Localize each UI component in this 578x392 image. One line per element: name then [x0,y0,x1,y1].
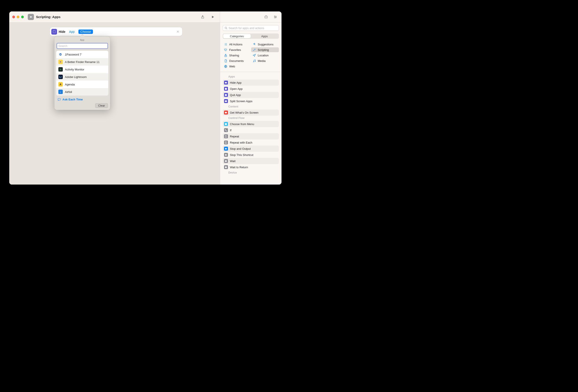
zoom-window-button[interactable] [21,16,24,18]
category-web[interactable]: Web [223,64,250,69]
group-header: Content [228,105,279,108]
main-pane: Scripting: Apps Hide App Choose ✕ App [9,11,220,185]
editor-canvas[interactable]: Hide App Choose ✕ App ⓵1Password 7✦A Bet… [9,22,220,185]
popover-app-item[interactable]: ✦A Better Finder Rename 11 [56,58,108,66]
svg-point-7 [225,27,227,29]
app-item-label: Agenda [65,83,75,86]
library-action[interactable]: Stop and Output [223,146,279,152]
library-action[interactable]: Open App [223,86,279,92]
sparkle-icon [252,43,256,46]
svg-point-20 [226,131,227,131]
action-choose-token[interactable]: Choose [78,30,93,34]
app-icon: ∿ [58,67,63,72]
popover-app-item[interactable]: LrAdobe Lightroom [56,73,108,81]
app-window: Scripting: Apps Hide App Choose ✕ App [9,11,282,185]
app-icon: ✦ [58,60,63,64]
shortcut-icon [28,14,34,20]
library-action[interactable]: Quit App [223,92,279,98]
library-search[interactable]: Search for apps and actions [223,25,279,31]
action-row-label: If [230,129,232,132]
app-icon: A [58,82,63,87]
category-location[interactable]: Location [251,53,279,58]
popover-app-item[interactable]: ♪Airfoil [56,88,108,96]
app-item-label: Adobe Lightroom [65,75,87,79]
svg-point-10 [255,61,255,62]
note-icon [252,59,256,62]
shortcut-details-button[interactable] [272,14,278,20]
action-row-label: Stop and Output [230,147,251,150]
category-label: Favorites [229,48,241,51]
app-item-label: A Better Finder Rename 11 [65,60,100,64]
ask-each-time-option[interactable]: Ask Each Time [56,96,109,102]
action-row-label: Repeat [230,135,239,138]
category-favorites[interactable]: Favorites [223,47,250,52]
popover-app-item[interactable]: ∿Activity Monitor [56,66,108,73]
app-icon: Lr [58,75,63,79]
close-window-button[interactable] [12,16,15,18]
library-action[interactable]: If [223,127,279,133]
library-action[interactable]: Repeat with Each [223,139,279,146]
category-media[interactable]: Media [251,58,279,63]
action-row-label: Choose from Menu [230,122,254,126]
action-row-icon [224,87,228,91]
sidebar-divider [220,72,282,72]
svg-point-4 [274,16,275,16]
library-action[interactable]: Wait to Return [223,164,279,170]
action-row-icon [224,141,228,145]
library-action[interactable]: Get What's On Screen [223,109,279,116]
category-sharing[interactable]: Sharing [223,53,250,58]
category-suggestions[interactable]: Suggestions [251,42,279,47]
toggle-library-button[interactable] [263,14,269,20]
popover-search-input[interactable] [57,43,108,49]
action-row-icon [224,147,228,151]
action-row-icon [224,134,228,138]
action-row-icon [224,153,228,157]
svg-rect-17 [225,112,227,113]
category-grid: All ActionsSuggestionsFavoritesScripting… [223,42,279,69]
remove-action-button[interactable]: ✕ [176,30,180,34]
category-scripting[interactable]: Scripting [251,47,279,52]
action-row-label: Get What's On Screen [230,111,259,114]
action-row-icon [224,122,228,126]
library-action[interactable]: Split Screen Apps [223,98,279,104]
popover-title: App [56,39,109,41]
nav-icon [252,53,256,57]
category-label: Suggestions [258,43,274,46]
action-row-icon [224,93,228,97]
action-row-icon [224,110,228,114]
svg-rect-16 [226,100,227,102]
action-row-label: Open App [230,87,243,91]
popover-app-item[interactable]: ⓵1Password 7 [56,51,108,58]
app-item-label: Airfoil [65,90,72,94]
tab-categories[interactable]: Categories [223,34,251,38]
heart-icon [224,48,228,51]
share-button[interactable] [199,14,207,20]
svg-rect-22 [225,148,227,149]
action-verb: Hide [59,30,65,34]
library-action[interactable]: Wait [223,158,279,164]
svg-rect-1 [53,30,55,33]
action-row-icon [224,128,228,132]
group-header: Control Flow [228,116,279,120]
window-controls [12,16,24,18]
minimize-window-button[interactable] [17,16,19,18]
action-row-icon [224,81,228,85]
action-param-app[interactable]: App [67,30,77,34]
action-row-label: Stop This Shortcut [230,153,253,157]
library-action[interactable]: Hide App [223,80,279,86]
wand-icon [252,48,256,51]
hide-app-action[interactable]: Hide App Choose ✕ [50,27,182,36]
category-all-actions[interactable]: All Actions [223,42,250,47]
library-action[interactable]: Choose from Menu [223,121,279,127]
tab-apps[interactable]: Apps [251,34,278,38]
library-action[interactable]: Repeat [223,133,279,139]
clear-button[interactable]: Clear [95,103,108,108]
svg-point-6 [275,17,275,18]
library-action[interactable]: Stop This Shortcut [223,152,279,158]
popover-app-item[interactable]: AAgenda [56,81,108,88]
category-documents[interactable]: Documents [223,58,250,63]
category-label: Documents [229,59,244,62]
category-label: Media [258,59,265,62]
run-button[interactable] [209,14,217,20]
search-icon [224,26,228,30]
